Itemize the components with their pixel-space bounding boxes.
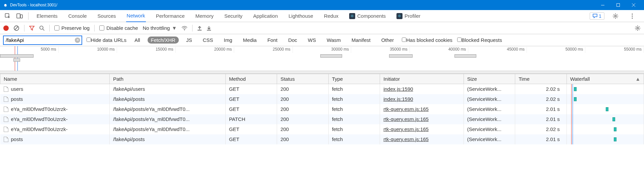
request-size: (ServiceWork...	[464, 94, 515, 104]
filter-chip-media[interactable]: Media	[239, 37, 260, 44]
timeline-tick: 35000 ms	[351, 47, 410, 53]
gear-icon	[635, 25, 641, 31]
throttling-label: No throttling	[143, 25, 170, 31]
request-initiator[interactable]: rtk-query.esm.js:165	[383, 116, 429, 122]
column-header-type[interactable]: Type	[328, 74, 380, 84]
tab-performance[interactable]: Performance	[155, 10, 185, 22]
blocked-cookies-checkbox[interactable]: Has blocked cookies	[402, 37, 452, 43]
column-header-method[interactable]: Method	[225, 74, 277, 84]
preserve-log-label: Preserve log	[61, 25, 90, 31]
upload-icon	[197, 25, 202, 31]
timeline-overview[interactable]: 5000 ms10000 ms15000 ms20000 ms25000 ms3…	[0, 46, 644, 71]
disable-cache-label: Disable cache	[106, 25, 138, 31]
record-button[interactable]	[3, 25, 9, 31]
filter-chip-css[interactable]: CSS	[199, 37, 216, 44]
disable-cache-checkbox[interactable]: Disable cache	[99, 25, 138, 31]
settings-button[interactable]	[610, 11, 621, 21]
tab-console[interactable]: Console	[68, 10, 88, 22]
svg-rect-5	[17, 14, 20, 18]
filter-chip-js[interactable]: JS	[183, 37, 196, 44]
filter-chip-all[interactable]: All	[131, 37, 144, 44]
column-header-path[interactable]: Path	[110, 74, 225, 84]
filter-chip-other[interactable]: Other	[378, 37, 397, 44]
search-button[interactable]	[39, 25, 45, 31]
table-row[interactable]: posts/fakeApi/postsGET200fetchrtk-query.…	[0, 134, 644, 144]
svg-line-14	[43, 29, 45, 30]
request-name: posts	[11, 96, 23, 102]
table-row[interactable]: posts/fakeApi/postsGET200fetchindex.js:1…	[0, 94, 644, 104]
sort-asc-icon: ▲	[635, 76, 640, 82]
file-icon	[4, 127, 8, 132]
tab-profiler[interactable]: ⚛Profiler	[396, 10, 421, 22]
import-har-button[interactable]	[197, 25, 202, 31]
request-initiator[interactable]: index.js:1590	[383, 86, 413, 92]
split-handle[interactable]	[0, 71, 644, 74]
column-header-size[interactable]: Size	[464, 74, 515, 84]
table-row[interactable]: eYa_ml0DfvwdT0oUzrzk-/fakeApi/posts/eYa_…	[0, 104, 644, 114]
filter-chip-doc[interactable]: Doc	[285, 37, 301, 44]
throttling-dropdown[interactable]: No throttling ▼	[143, 25, 177, 31]
requests-table: NamePathMethodStatusTypeInitiatorSizeTim…	[0, 74, 644, 144]
table-row[interactable]: eYa_ml0DfvwdT0oUzrzk-/fakeApi/posts/eYa_…	[0, 114, 644, 124]
network-settings-button[interactable]	[635, 25, 641, 31]
tab-sources[interactable]: Sources	[97, 10, 117, 22]
filter-chip-ws[interactable]: WS	[305, 37, 319, 44]
tab-security[interactable]: Security	[224, 10, 243, 22]
preserve-log-checkbox[interactable]: Preserve log	[54, 25, 90, 31]
blocked-requests-checkbox[interactable]: Blocked Requests	[457, 37, 502, 43]
tab-network[interactable]: Network	[126, 10, 146, 22]
tab-components[interactable]: ⚛Components	[348, 10, 386, 22]
request-time: 2.01 s	[515, 134, 567, 144]
more-button[interactable]	[627, 11, 638, 21]
column-header-status[interactable]: Status	[277, 74, 329, 84]
clear-button[interactable]	[13, 25, 19, 31]
column-header-initiator[interactable]: Initiator	[380, 74, 464, 84]
column-header-waterfall[interactable]: Waterfall▲	[567, 74, 644, 84]
filter-chip-manifest[interactable]: Manifest	[348, 37, 374, 44]
timeline-tick: 15000 ms	[117, 47, 176, 53]
filter-chip-fetchxhr[interactable]: Fetch/XHR	[148, 37, 179, 44]
inspect-element-button[interactable]	[2, 11, 13, 21]
request-status: 200	[277, 114, 329, 124]
request-time: 2.01 s	[515, 114, 567, 124]
table-row[interactable]: users/fakeApi/usersGET200fetchindex.js:1…	[0, 84, 644, 94]
timeline-tick: 30000 ms	[293, 47, 352, 53]
request-status: 200	[277, 104, 329, 114]
close-icon: ✕	[76, 38, 79, 42]
issues-button[interactable]: 1	[590, 12, 604, 20]
file-icon	[4, 117, 8, 122]
window-minimize-button[interactable]	[595, 0, 610, 10]
table-row[interactable]: eYa_ml0DfvwdT0oUzrzk-/fakeApi/posts/eYa_…	[0, 124, 644, 134]
request-initiator[interactable]: rtk-query.esm.js:165	[383, 126, 429, 132]
tab-elements[interactable]: Elements	[36, 10, 58, 22]
filter-input[interactable]	[3, 36, 82, 45]
filter-chip-wasm[interactable]: Wasm	[323, 37, 344, 44]
window-close-button[interactable]	[626, 0, 641, 10]
column-header-name[interactable]: Name	[0, 74, 110, 84]
network-conditions-button[interactable]	[181, 26, 187, 30]
filter-chip-font[interactable]: Font	[264, 37, 281, 44]
hide-data-urls-checkbox[interactable]: Hide data URLs	[87, 37, 126, 43]
react-icon: ⚛	[396, 13, 402, 19]
tab-lighthouse[interactable]: Lighthouse	[288, 10, 314, 22]
tab-redux[interactable]: Redux	[323, 10, 339, 22]
filter-toggle-button[interactable]	[29, 25, 35, 31]
request-type: fetch	[328, 94, 380, 104]
timeline-tick: 20000 ms	[176, 47, 234, 53]
export-har-button[interactable]	[207, 25, 211, 31]
svg-point-8	[632, 13, 633, 14]
device-toolbar-button[interactable]	[14, 11, 25, 21]
window-maximize-button[interactable]	[610, 0, 626, 10]
tab-memory[interactable]: Memory	[195, 10, 214, 22]
filter-chip-img[interactable]: Img	[220, 37, 235, 44]
no-entry-icon	[13, 25, 19, 31]
request-type: fetch	[328, 104, 380, 114]
column-header-time[interactable]: Time	[515, 74, 567, 84]
request-initiator[interactable]: index.js:1590	[383, 96, 413, 102]
request-status: 200	[277, 124, 329, 134]
request-initiator[interactable]: rtk-query.esm.js:165	[383, 136, 429, 142]
tab-application[interactable]: Application	[253, 10, 278, 22]
request-initiator[interactable]: rtk-query.esm.js:165	[383, 106, 429, 112]
clear-filter-button[interactable]: ✕	[75, 38, 80, 43]
request-status: 200	[277, 84, 329, 94]
